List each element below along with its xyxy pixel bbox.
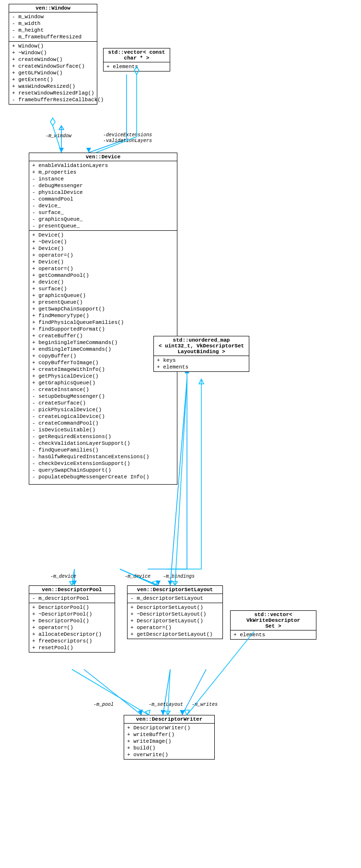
vector-const-title: std::vector< const char * > xyxy=(104,48,170,62)
descriptor-pool-title: ven::DescriptorPool xyxy=(29,586,115,594)
descriptor-writer-title: ven::DescriptorWriter xyxy=(124,715,214,724)
device-attributes: + enableValidationLayers + m_properties … xyxy=(29,161,177,231)
label-m-pool: -m_pool xyxy=(93,702,114,707)
window-method-9: - framebufferResizeCallback() xyxy=(11,96,95,103)
window-attributes: - m_window - m_width - m_height - m_fram… xyxy=(9,12,97,42)
svg-marker-28 xyxy=(70,582,74,585)
window-method-1: + Window() xyxy=(11,43,95,49)
svg-marker-2 xyxy=(59,126,64,130)
descriptor-set-layout-box: ven::DescriptorSetLayout - m_descriptorS… xyxy=(127,585,223,639)
vector-const-row-1: + elements xyxy=(105,63,168,70)
vector-vkwrite-rows: + elements xyxy=(231,630,316,639)
svg-marker-1 xyxy=(59,148,64,153)
svg-marker-37 xyxy=(145,710,150,715)
label-device-extensions: -deviceExtensions xyxy=(103,132,152,138)
descriptor-pool-methods: + DescriptorPool() + ~DescriptorPool() +… xyxy=(29,603,115,652)
label-m-window: -m_window xyxy=(46,133,71,139)
device-box: ven::Device + enableValidationLayers + m… xyxy=(29,153,177,485)
vector-const-box: std::vector< const char * > + elements xyxy=(103,48,170,71)
svg-marker-17 xyxy=(161,710,165,715)
device-title: ven::Device xyxy=(29,153,177,161)
label-m-device-2: -m_device xyxy=(125,574,151,579)
diagram-container: ven::Window - m_window - m_width - m_hei… xyxy=(0,0,361,868)
label-m-device-1: -m_device xyxy=(50,574,76,579)
svg-marker-35 xyxy=(173,582,177,585)
svg-line-18 xyxy=(182,669,206,715)
device-attr-9: - graphicsQueue_ xyxy=(31,216,175,223)
descriptor-writer-methods: + DescriptorWriter() + writeBuffer() + w… xyxy=(124,724,214,759)
window-attr-2: - m_width xyxy=(11,20,95,27)
descriptor-set-layout-methods: + DescriptorSetLayout() + ~DescriptorSet… xyxy=(128,603,222,639)
label-validation-layers: -validationLayers xyxy=(103,138,152,143)
window-method-2: + ~Window() xyxy=(11,49,95,56)
svg-marker-10 xyxy=(72,581,77,585)
window-method-6: + getExtent() xyxy=(11,76,95,83)
svg-marker-41 xyxy=(185,710,189,715)
window-method-4: + createWindowSurface() xyxy=(11,63,95,70)
device-attr-10: - presentQueue_ xyxy=(31,223,175,229)
svg-marker-15 xyxy=(138,709,143,715)
svg-line-14 xyxy=(84,669,141,715)
window-method-5: + getGLFWindow() xyxy=(11,70,95,76)
svg-line-36 xyxy=(72,669,149,715)
svg-marker-5 xyxy=(86,148,91,153)
device-attr-6: - commandPool xyxy=(31,196,175,202)
svg-line-22 xyxy=(53,126,61,153)
svg-marker-39 xyxy=(165,711,170,715)
window-attr-1: - m_window xyxy=(11,13,95,20)
unordered-map-box: std::unordered_map < uint32_t, VkDescrip… xyxy=(153,336,249,372)
descriptor-pool-box: ven::DescriptorPool - m_descriptorPool +… xyxy=(29,585,115,653)
unordered-map-rows: + keys + elements xyxy=(154,356,249,371)
svg-line-16 xyxy=(163,669,170,715)
device-attr-3: - instance xyxy=(31,176,175,182)
device-attr-4: - debugMessenger xyxy=(31,182,175,189)
device-attr-5: - physicalDevice xyxy=(31,189,175,196)
window-title: ven::Window xyxy=(9,4,97,12)
label-m-writes: -m_writes xyxy=(192,702,218,707)
descriptor-pool-attributes: - m_descriptorPool xyxy=(29,594,115,603)
vector-vkwrite-title: std::vector< VkWriteDescriptor Set > xyxy=(231,611,316,630)
device-attr-2: + m_properties xyxy=(31,169,175,176)
window-methods: + Window() + ~Window() + createWindow() … xyxy=(9,42,97,104)
window-attr-3: - m_height xyxy=(11,27,95,34)
svg-line-38 xyxy=(168,669,170,715)
descriptor-writer-box: ven::DescriptorWriter + DescriptorWriter… xyxy=(124,715,215,760)
svg-marker-30 xyxy=(152,581,157,585)
svg-marker-12 xyxy=(156,581,161,585)
descriptor-set-layout-title: ven::DescriptorSetLayout xyxy=(128,586,222,594)
vector-vkwrite-box: std::vector< VkWriteDescriptor Set > + e… xyxy=(230,610,316,640)
svg-marker-21 xyxy=(168,581,173,585)
svg-marker-23 xyxy=(50,118,55,126)
device-attr-7: - device_ xyxy=(31,202,175,209)
label-m-bindings: -m_bindings xyxy=(163,574,195,579)
window-method-7: + wasWindowResized() xyxy=(11,83,95,90)
unordered-map-title: std::unordered_map < uint32_t, VkDescrip… xyxy=(154,336,249,356)
window-attr-4: - m_framebufferResized xyxy=(11,34,95,40)
descriptor-set-layout-attributes: - m_descriptorSetLayout xyxy=(128,594,222,603)
window-method-3: + createWindow() xyxy=(11,56,95,63)
device-attr-1: + enableValidationLayers xyxy=(31,162,175,169)
device-attr-8: - surface_ xyxy=(31,209,175,216)
vector-const-rows: + elements xyxy=(104,62,170,71)
window-method-8: + resetWindowResizedFlag() xyxy=(11,90,95,96)
window-box: ven::Window - m_window - m_width - m_hei… xyxy=(9,4,97,105)
svg-marker-33 xyxy=(199,379,204,384)
svg-marker-19 xyxy=(180,710,185,715)
label-m-setlayout: -m_setLayout xyxy=(149,702,183,707)
